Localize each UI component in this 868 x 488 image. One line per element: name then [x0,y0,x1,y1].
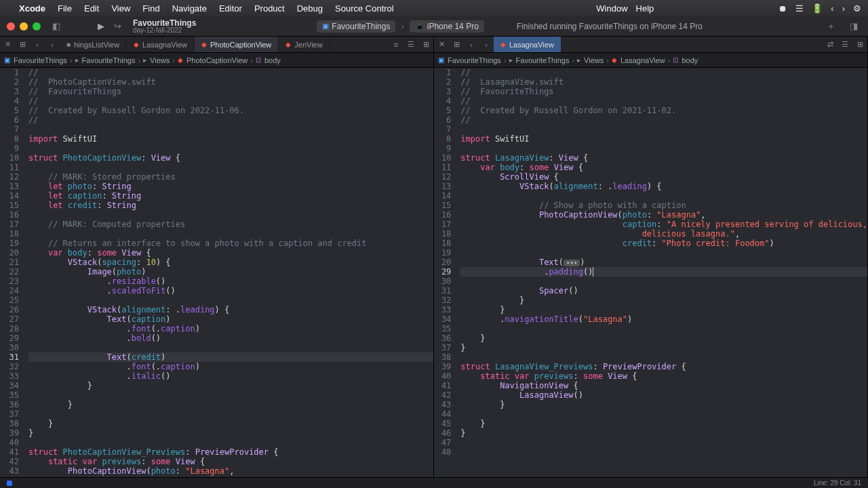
menu-navigate[interactable]: Navigate [172,3,207,14]
destination-selector[interactable]: 📱iPhone 14 Pro [410,20,484,33]
forward-nav-icon[interactable]: › [45,41,60,49]
canvas-icon[interactable]: ⇄ [823,40,837,49]
menu-help[interactable]: Help [636,3,654,14]
menu-find[interactable]: Find [142,3,159,14]
back-nav-icon[interactable]: ‹ [30,41,45,49]
add-button-icon[interactable]: ＋ [823,20,838,33]
app-menu[interactable]: Xcode [19,3,45,14]
tab-thingslistview[interactable]: ■hingsListView [60,37,127,52]
navigator-toggle-icon[interactable]: ◧ [49,21,64,31]
stop-button[interactable]: ↪ [110,21,125,31]
menu-edit[interactable]: Edit [84,3,99,14]
traffic-lights[interactable] [7,22,41,30]
run-button[interactable]: ▶ [98,21,104,31]
editor-options-icon[interactable]: ≡ [389,41,403,49]
battery-icon[interactable]: 🔋 [812,3,823,14]
macos-menubar: Xcode File Edit View Find Navigate Edito… [0,0,868,16]
cursor-position: Line: 29 Col: 31 [814,479,861,487]
minimize-window-icon[interactable] [20,22,28,30]
scheme-info: FavouriteThings day-12-fall-2022 [133,19,196,34]
debug-indicator-icon[interactable] [7,481,12,486]
add-editor-icon[interactable]: ⊞ [852,40,867,49]
menu-window[interactable]: Window [596,3,627,14]
screen-record-icon[interactable]: ⏺ [778,3,787,14]
related-items-icon[interactable]: ⊞ [15,40,30,49]
right-breadcrumb[interactable]: ▣FavouriteThings› ▸FavouriteThings› ▸Vie… [434,53,867,68]
add-editor-icon[interactable]: ⊞ [418,40,433,49]
menu-source-control[interactable]: Source Control [335,3,394,14]
status-bar: Line: 29 Col: 31 [0,477,868,488]
close-tab-icon[interactable]: ✕ [434,40,449,49]
adjust-editor-icon[interactable]: ☰ [403,40,418,49]
menu-product[interactable]: Product [254,3,285,14]
menu-editor[interactable]: Editor [219,3,242,14]
forward-nav-icon[interactable]: › [479,41,494,49]
editor-pane-right: ✕ ⊞ ‹ › ◆LasagnaView ⇄ ☰ ⊞ ▣FavouriteThi… [434,37,868,477]
close-window-icon[interactable] [7,22,15,30]
scheme-selector[interactable]: ▣FavouriteThings [317,20,395,33]
menu-file[interactable]: File [58,3,72,14]
back-nav-icon[interactable]: ‹ [464,41,479,49]
menu-debug[interactable]: Debug [297,3,323,14]
left-breadcrumb[interactable]: ▣FavouriteThings› ▸FavouriteThings› ▸Vie… [0,53,433,68]
related-items-icon[interactable]: ⊞ [449,40,464,49]
menu-view[interactable]: View [111,3,130,14]
control-center-icon[interactable]: ⚙ [853,3,861,14]
back-icon[interactable]: ‹ [831,3,833,14]
tab-jenview[interactable]: ◆JenView [279,37,330,52]
xcode-toolbar: ◧ ▶ ↪ FavouriteThings day-12-fall-2022 ▣… [0,16,868,37]
forward-icon[interactable]: › [842,3,845,14]
stage-manager-icon[interactable]: ☰ [795,3,804,14]
tab-lasagnaview-r[interactable]: ◆LasagnaView [494,37,561,52]
activity-status: Finished running FavouriteThings on iPho… [517,22,703,31]
adjust-editor-icon[interactable]: ☰ [837,40,852,49]
tab-lasagnaview[interactable]: ◆LasagnaView [127,37,195,52]
left-code-editor[interactable]: 1234567891011121314151617181920212223242… [0,68,433,477]
close-tab-icon[interactable]: ✕ [0,40,15,49]
right-code-editor[interactable]: 1234567891011121314151617181819202930313… [434,68,867,477]
tab-photocaptionview[interactable]: ◆PhotoCaptionView [195,37,279,52]
right-tabbar: ✕ ⊞ ‹ › ◆LasagnaView ⇄ ☰ ⊞ [434,37,867,53]
library-toggle-icon[interactable]: ◨ [846,21,861,31]
zoom-window-icon[interactable] [33,22,41,30]
editor-pane-left: ✕ ⊞ ‹ › ■hingsListView ◆LasagnaView ◆Pho… [0,37,434,477]
left-tabbar: ✕ ⊞ ‹ › ■hingsListView ◆LasagnaView ◆Pho… [0,37,433,53]
